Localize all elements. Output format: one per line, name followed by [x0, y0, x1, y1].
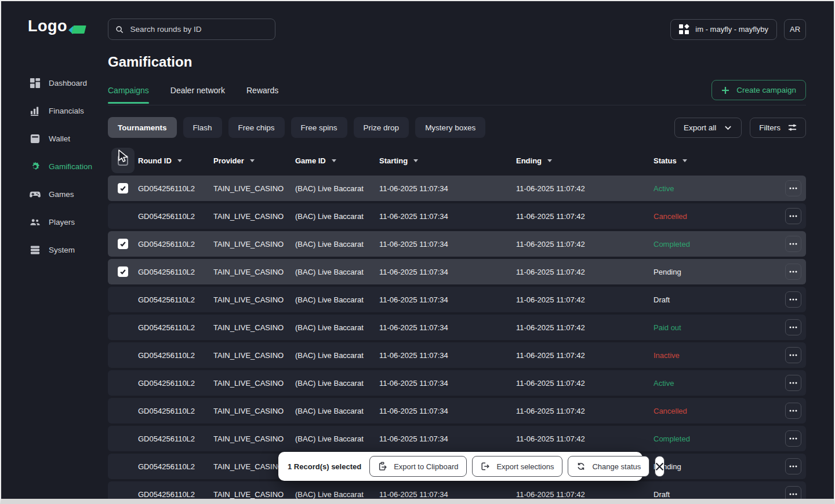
status-badge: Cancelled — [654, 407, 780, 415]
row-checkbox-cell[interactable] — [108, 266, 138, 277]
column-header-ending[interactable]: Ending — [516, 156, 654, 165]
sidebar-item-wallet[interactable]: Wallet — [1, 125, 108, 152]
row-menu-button[interactable] — [785, 291, 801, 308]
row-actions-cell — [780, 403, 806, 419]
row-actions-cell — [780, 319, 806, 335]
chip-tournaments[interactable]: Tournaments — [108, 117, 177, 138]
row-menu-button[interactable] — [785, 236, 801, 252]
sidebar-item-dashboard[interactable]: Dashboard — [1, 69, 108, 97]
table-row[interactable]: GD054256110L2 TAIN_LIVE_CASINO (BAC) Liv… — [108, 176, 806, 201]
cell-starting: 11-06-2025 11:07:34 — [379, 212, 516, 221]
row-menu-button[interactable] — [785, 180, 801, 196]
row-menu-button[interactable] — [785, 403, 801, 419]
row-actions-cell — [780, 180, 806, 196]
sidebar-item-label: Dashboard — [49, 79, 87, 87]
column-header-round-id[interactable]: Round ID — [138, 156, 213, 165]
table-row[interactable]: GD054256110L2 TAIN_LIVE_CASINO (BAC) Liv… — [108, 315, 806, 340]
table-row[interactable]: GD054256110L2 TAIN_LIVE_CASINO (BAC) Liv… — [108, 203, 806, 229]
search-input[interactable] — [130, 25, 268, 34]
clipboard-export-icon — [378, 462, 387, 471]
campaign-type-chips: Tournaments Flash Free chips Free spins … — [108, 117, 485, 138]
row-checkbox[interactable] — [118, 266, 128, 277]
search-box[interactable] — [108, 19, 275, 40]
change-status-button[interactable]: Change status — [568, 456, 649, 477]
cell-game-id: (BAC) Live Baccarat — [295, 434, 379, 443]
create-campaign-button[interactable]: Create campaign — [711, 80, 806, 100]
row-menu-button[interactable] — [785, 430, 801, 447]
column-header-game-id[interactable]: Game ID — [295, 156, 379, 165]
app-window: Logo Dashboard Financials — [0, 0, 835, 504]
cell-ending: 11-06-2025 11:07:42 — [516, 184, 654, 193]
table-row[interactable]: GD054256110L2 TAIN_LIVE_CASINO (BAC) Liv… — [108, 370, 806, 396]
ellipsis-icon — [789, 493, 797, 495]
filters-button[interactable]: Filters — [750, 118, 806, 138]
sort-caret-icon — [682, 159, 687, 162]
row-menu-button[interactable] — [785, 347, 801, 363]
sidebar-item-label: Games — [49, 190, 74, 199]
tab-campaigns[interactable]: Campaigns — [108, 82, 149, 103]
close-selection-toolbar-button[interactable] — [655, 456, 665, 477]
table-row[interactable]: GD054256110L2 TAIN_LIVE_CASINO (BAC) Liv… — [108, 426, 806, 451]
table-actions: Export all Filters — [674, 118, 806, 138]
sidebar-item-system[interactable]: System — [1, 236, 108, 264]
ellipsis-icon — [789, 243, 797, 245]
gear-icon — [29, 160, 41, 172]
row-checkbox-cell[interactable] — [108, 239, 138, 249]
sidebar-item-gamification[interactable]: Gamification — [1, 152, 108, 180]
sidebar-item-players[interactable]: Players — [1, 208, 108, 236]
table-row[interactable]: GD054256110L2 TAIN_LIVE_CASINO (BAC) Liv… — [108, 342, 806, 368]
status-badge: Completed — [654, 434, 780, 443]
select-all-checkbox[interactable] — [118, 155, 128, 166]
cell-provider: TAIN_LIVE_CASINO — [213, 407, 295, 415]
table-row[interactable]: GD054256110L2 TAIN_LIVE_CASINO (BAC) Liv… — [108, 259, 806, 284]
table-row[interactable]: GD054256110L2 TAIN_LIVE_CASINO (BAC) Liv… — [108, 231, 806, 257]
cell-starting: 11-06-2025 11:07:34 — [379, 295, 516, 304]
cell-game-id: (BAC) Live Baccarat — [295, 212, 379, 221]
sidebar-item-label: Players — [49, 218, 75, 227]
row-checkbox[interactable] — [118, 239, 128, 249]
export-to-clipboard-button[interactable]: Export to Clipboard — [369, 456, 467, 477]
cell-ending: 11-06-2025 11:07:42 — [516, 351, 654, 360]
header-checkbox-cell[interactable] — [108, 148, 138, 173]
row-menu-button[interactable] — [785, 319, 801, 335]
chip-free-spins[interactable]: Free spins — [291, 117, 347, 138]
row-menu-button[interactable] — [785, 375, 801, 391]
table-row[interactable]: GD054256110L2 TAIN_LIVE_CASINO (BAC) Liv… — [108, 398, 806, 423]
table-row[interactable]: GD054256110L2 TAIN_LIVE_CASINO (BAC) Liv… — [108, 481, 806, 504]
row-menu-button[interactable] — [785, 458, 801, 474]
table-row[interactable]: GD054256110L2 TAIN_LIVE_CASINO (BAC) Liv… — [108, 287, 806, 312]
cell-round-id: GD054256110L2 — [138, 268, 213, 276]
avatar[interactable]: AR — [784, 19, 806, 40]
column-header-starting[interactable]: Starting — [379, 156, 516, 165]
cell-starting: 11-06-2025 11:07:34 — [379, 351, 516, 360]
column-header-status[interactable]: Status — [654, 156, 780, 165]
topbar: im - mayfly - mayflyby AR — [108, 19, 806, 40]
export-selections-button[interactable]: Export selections — [472, 456, 562, 477]
row-menu-button[interactable] — [785, 486, 801, 502]
row-checkbox-cell[interactable] — [108, 183, 138, 193]
search-icon — [115, 25, 124, 34]
tab-dealer-network[interactable]: Dealer network — [170, 82, 225, 103]
chip-prize-drop[interactable]: Prize drop — [354, 117, 409, 138]
cell-round-id: GD054256110L2 — [138, 184, 213, 193]
row-actions-cell — [780, 208, 806, 224]
cell-round-id: GD054256110L2 — [138, 240, 213, 249]
export-all-button[interactable]: Export all — [674, 118, 742, 138]
row-actions-cell — [780, 347, 806, 363]
ellipsis-icon — [789, 437, 797, 440]
sidebar-item-games[interactable]: Games — [1, 180, 108, 208]
chip-flash[interactable]: Flash — [183, 117, 222, 138]
column-header-provider[interactable]: Provider — [213, 156, 295, 165]
row-menu-button[interactable] — [785, 264, 801, 280]
row-actions-cell — [780, 375, 806, 391]
status-badge: Active — [654, 379, 780, 388]
row-menu-button[interactable] — [785, 208, 801, 224]
chip-mystery-boxes[interactable]: Mystery boxes — [415, 117, 485, 138]
tab-rewards[interactable]: Rewards — [246, 82, 278, 103]
org-selector[interactable]: im - mayfly - mayflyby — [670, 19, 777, 40]
sidebar-item-financials[interactable]: Financials — [1, 97, 108, 125]
cell-ending: 11-06-2025 11:07:42 — [516, 407, 654, 415]
chip-free-chips[interactable]: Free chips — [228, 117, 285, 138]
row-checkbox[interactable] — [118, 183, 128, 193]
sort-caret-icon — [250, 159, 255, 162]
